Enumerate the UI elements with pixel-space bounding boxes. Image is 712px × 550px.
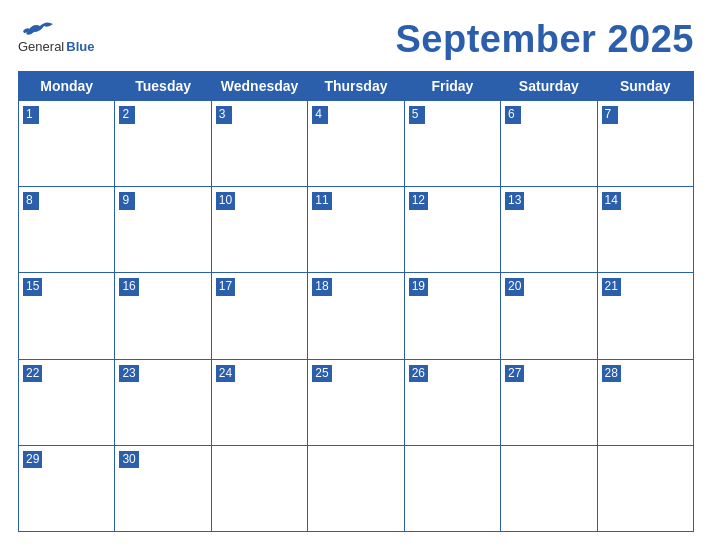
day-number: 29 [23,451,42,469]
day-number: 22 [23,365,42,383]
page: General Blue September 2025 Monday Tuesd… [0,0,712,550]
calendar-day-22: 22 [19,359,115,445]
day-number: 7 [602,106,618,124]
day-number: 19 [409,278,428,296]
day-number: 10 [216,192,235,210]
calendar-day-25: 25 [308,359,404,445]
calendar-day-19: 19 [404,273,500,359]
calendar-day-27: 27 [501,359,597,445]
day-number: 8 [23,192,39,210]
calendar-day-23: 23 [115,359,211,445]
col-wednesday: Wednesday [211,72,307,101]
day-number: 21 [602,278,621,296]
day-number: 18 [312,278,331,296]
calendar-day-17: 17 [211,273,307,359]
day-number: 17 [216,278,235,296]
calendar-week-5: 2930 [19,445,694,531]
calendar-day-2: 2 [115,101,211,187]
col-saturday: Saturday [501,72,597,101]
calendar-day-10: 10 [211,187,307,273]
calendar-week-1: 1234567 [19,101,694,187]
month-title: September 2025 [396,18,695,61]
calendar-day-11: 11 [308,187,404,273]
logo: General Blue [18,18,94,54]
calendar-day-20: 20 [501,273,597,359]
calendar-day-30: 30 [115,445,211,531]
day-number: 12 [409,192,428,210]
calendar-day-15: 15 [19,273,115,359]
col-thursday: Thursday [308,72,404,101]
day-number: 2 [119,106,135,124]
calendar-day-29: 29 [19,445,115,531]
day-number: 20 [505,278,524,296]
day-number: 25 [312,365,331,383]
day-number: 30 [119,451,138,469]
calendar-day-7: 7 [597,101,693,187]
calendar-day-empty [308,445,404,531]
logo-icon [18,18,56,40]
day-number: 16 [119,278,138,296]
calendar-day-26: 26 [404,359,500,445]
day-number: 23 [119,365,138,383]
calendar-week-3: 15161718192021 [19,273,694,359]
calendar-day-16: 16 [115,273,211,359]
day-number: 27 [505,365,524,383]
day-number: 9 [119,192,135,210]
day-number: 4 [312,106,328,124]
calendar-day-5: 5 [404,101,500,187]
calendar-day-13: 13 [501,187,597,273]
day-number: 5 [409,106,425,124]
calendar-day-empty [597,445,693,531]
col-tuesday: Tuesday [115,72,211,101]
calendar-day-12: 12 [404,187,500,273]
calendar-day-6: 6 [501,101,597,187]
calendar-day-empty [404,445,500,531]
logo-text-general: General [18,40,64,54]
calendar-header-row: Monday Tuesday Wednesday Thursday Friday… [19,72,694,101]
day-number: 15 [23,278,42,296]
calendar-day-18: 18 [308,273,404,359]
day-number: 13 [505,192,524,210]
calendar-day-21: 21 [597,273,693,359]
day-number: 24 [216,365,235,383]
col-friday: Friday [404,72,500,101]
calendar-day-1: 1 [19,101,115,187]
calendar-table: Monday Tuesday Wednesday Thursday Friday… [18,71,694,532]
day-number: 14 [602,192,621,210]
day-number: 28 [602,365,621,383]
calendar-day-4: 4 [308,101,404,187]
logo-text-blue: Blue [66,40,94,54]
calendar-week-4: 22232425262728 [19,359,694,445]
calendar-week-2: 891011121314 [19,187,694,273]
day-number: 3 [216,106,232,124]
day-number: 11 [312,192,331,210]
calendar-day-28: 28 [597,359,693,445]
day-number: 1 [23,106,39,124]
col-sunday: Sunday [597,72,693,101]
header: General Blue September 2025 [18,18,694,61]
calendar-day-9: 9 [115,187,211,273]
calendar-day-3: 3 [211,101,307,187]
calendar-day-24: 24 [211,359,307,445]
calendar-day-8: 8 [19,187,115,273]
calendar-day-empty [211,445,307,531]
calendar-day-empty [501,445,597,531]
day-number: 6 [505,106,521,124]
col-monday: Monday [19,72,115,101]
calendar-day-14: 14 [597,187,693,273]
day-number: 26 [409,365,428,383]
